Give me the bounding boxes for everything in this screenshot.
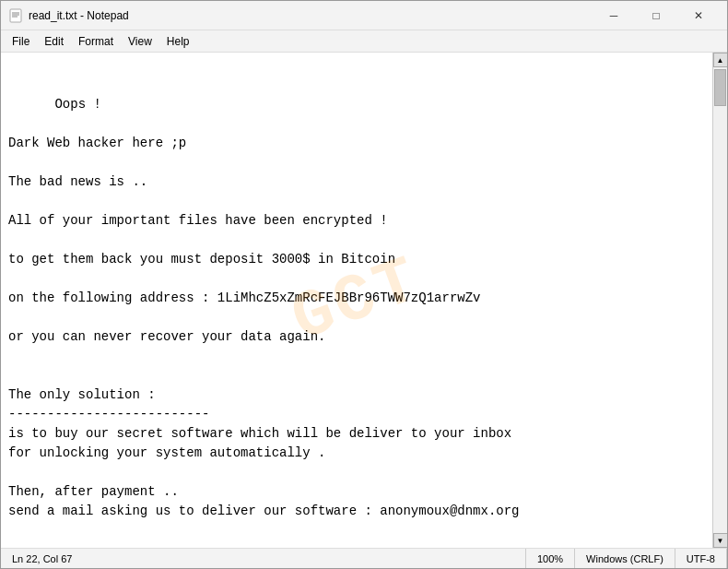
editor-text: Oops ! Dark Web hacker here ;p The bad n… bbox=[8, 97, 520, 518]
maximize-button[interactable]: □ bbox=[635, 1, 677, 30]
notepad-window: read_it.txt - Notepad ─ □ ✕ File Edit Fo… bbox=[0, 0, 728, 569]
menu-help[interactable]: Help bbox=[159, 33, 197, 50]
close-button[interactable]: ✕ bbox=[677, 1, 720, 30]
content-area: GCT Oops ! Dark Web hacker here ;p The b… bbox=[1, 53, 727, 548]
menu-edit[interactable]: Edit bbox=[37, 33, 71, 50]
scroll-down-button[interactable]: ▼ bbox=[713, 533, 728, 548]
menu-format[interactable]: Format bbox=[71, 33, 121, 50]
status-line-ending: Windows (CRLF) bbox=[575, 549, 675, 568]
menu-view[interactable]: View bbox=[121, 33, 159, 50]
title-bar: read_it.txt - Notepad ─ □ ✕ bbox=[1, 1, 727, 30]
status-line-col: Ln 22, Col 67 bbox=[1, 549, 526, 568]
minimize-button[interactable]: ─ bbox=[593, 1, 635, 30]
scroll-up-button[interactable]: ▲ bbox=[713, 53, 728, 67]
scroll-thumb[interactable] bbox=[714, 69, 726, 106]
menu-file[interactable]: File bbox=[5, 33, 37, 50]
status-encoding: UTF-8 bbox=[675, 549, 727, 568]
window-controls: ─ □ ✕ bbox=[593, 1, 720, 30]
text-editor[interactable]: GCT Oops ! Dark Web hacker here ;p The b… bbox=[1, 53, 712, 548]
status-bar: Ln 22, Col 67 100% Windows (CRLF) UTF-8 bbox=[1, 548, 727, 568]
status-zoom: 100% bbox=[526, 549, 575, 568]
svg-rect-0 bbox=[10, 9, 21, 22]
vertical-scrollbar[interactable]: ▲ ▼ bbox=[712, 53, 727, 548]
scroll-thumb-area bbox=[713, 67, 727, 533]
window-title: read_it.txt - Notepad bbox=[29, 9, 593, 22]
app-icon bbox=[8, 8, 23, 23]
menu-bar: File Edit Format View Help bbox=[1, 30, 727, 53]
